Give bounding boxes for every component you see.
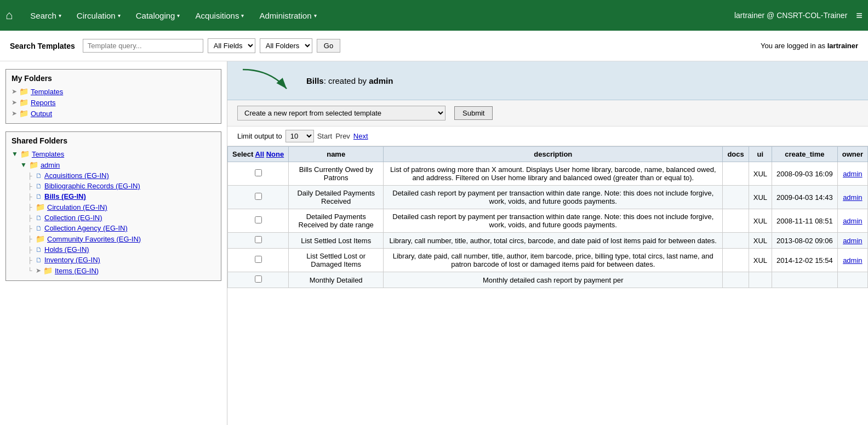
row-checkbox[interactable] bbox=[255, 169, 262, 176]
row-owner[interactable]: admin bbox=[837, 209, 867, 233]
shared-item-collection[interactable]: ├ 🗋 Collection (EG-IN) bbox=[12, 213, 215, 223]
row-owner[interactable]: admin bbox=[837, 186, 867, 209]
tree-line: ├ bbox=[28, 246, 33, 253]
top-navigation: ⌂ Search ▾ Circulation ▾ Cataloging ▾ Ac… bbox=[0, 0, 868, 31]
arrow-right-icon: ➤ bbox=[12, 88, 17, 95]
col-ui: ui bbox=[749, 147, 772, 162]
row-docs bbox=[723, 186, 749, 209]
row-owner[interactable]: admin bbox=[837, 249, 867, 272]
row-checkbox[interactable] bbox=[255, 216, 262, 223]
row-owner[interactable]: admin bbox=[837, 233, 867, 249]
folders-select[interactable]: All Folders bbox=[260, 38, 312, 53]
row-ui: XUL bbox=[749, 249, 772, 272]
content-area: Bills: created by admin Create a new rep… bbox=[227, 61, 868, 425]
shared-admin-folder[interactable]: ▼ 📁 admin bbox=[12, 159, 215, 170]
shared-item-bibliographic[interactable]: ├ 🗋 Bibliographic Records (EG-IN) bbox=[12, 181, 215, 191]
shared-item-collection-agency[interactable]: ├ 🗋 Collection Agency (EG-IN) bbox=[12, 223, 215, 233]
shared-item-inventory[interactable]: ├ 🗋 Inventory (EG-IN) bbox=[12, 255, 215, 265]
doc-icon: 🗋 bbox=[36, 256, 42, 264]
fields-select[interactable]: All Fields bbox=[208, 38, 255, 53]
action-dropdown[interactable]: Create a new report from selected templa… bbox=[237, 106, 446, 120]
owner-link[interactable]: admin bbox=[843, 193, 862, 202]
search-templates-label: Search Templates bbox=[10, 42, 75, 50]
row-create-time: 2008-11-11 08:51 bbox=[772, 209, 838, 233]
next-link[interactable]: Next bbox=[353, 132, 368, 140]
row-create-time: 2009-04-03 14:43 bbox=[772, 186, 838, 209]
table-row: Detailed Payments Received by date range… bbox=[228, 209, 868, 233]
search-input[interactable] bbox=[83, 39, 203, 53]
shared-item-acquisitions[interactable]: ├ 🗋 Acquisitions (EG-IN) bbox=[12, 170, 215, 181]
start-label: Start bbox=[317, 132, 332, 140]
col-create-time: create_time bbox=[772, 147, 838, 162]
row-checkbox-cell bbox=[228, 272, 289, 288]
nav-circulation[interactable]: Circulation ▾ bbox=[69, 0, 128, 31]
sidebar: My Folders ➤ 📁 Templates ➤ 📁 Reports ➤ 📁… bbox=[0, 61, 227, 425]
shared-folders-title: Shared Folders bbox=[12, 136, 215, 145]
row-description: Detailed cash report by payment per tran… bbox=[384, 186, 723, 209]
select-header: Select bbox=[232, 150, 255, 158]
owner-link[interactable]: admin bbox=[843, 170, 862, 178]
row-description: Library, call number, title, author, tot… bbox=[384, 233, 723, 249]
row-checkbox[interactable] bbox=[255, 256, 262, 263]
select-none-link[interactable]: None bbox=[266, 150, 284, 158]
nav-acquisitions[interactable]: Acquisitions ▾ bbox=[187, 0, 252, 31]
folder-icon: 📁 bbox=[43, 266, 53, 275]
table-row: List Settled Lost or Damaged ItemsLibrar… bbox=[228, 249, 868, 272]
tree-line: └ bbox=[28, 267, 33, 274]
row-create-time bbox=[772, 272, 838, 288]
owner-link[interactable]: admin bbox=[843, 217, 862, 225]
row-checkbox[interactable] bbox=[255, 275, 262, 283]
doc-icon: 🗋 bbox=[36, 214, 42, 222]
shared-item-circulation[interactable]: ├ 📁 Circulation (EG-IN) bbox=[12, 202, 215, 213]
nav-administration[interactable]: Administration ▾ bbox=[252, 0, 324, 31]
table-row: List Settled Lost ItemsLibrary, call num… bbox=[228, 233, 868, 249]
nav-cataloging[interactable]: Cataloging ▾ bbox=[128, 0, 188, 31]
shared-item-bills[interactable]: ├ 🗋 Bills (EG-IN) bbox=[12, 191, 215, 202]
submit-button[interactable]: Submit bbox=[454, 106, 493, 120]
row-docs bbox=[723, 233, 749, 249]
table-row: Bills Currently Owed by PatronsList of p… bbox=[228, 162, 868, 186]
tree-line: ├ bbox=[28, 183, 33, 189]
table-row: Monthly DetailedMonthly detailed cash re… bbox=[228, 272, 868, 288]
shared-item-items[interactable]: └ ➤ 📁 Items (EG-IN) bbox=[12, 265, 215, 276]
home-icon[interactable]: ⌂ bbox=[5, 8, 13, 22]
row-ui: XUL bbox=[749, 233, 772, 249]
shared-root-templates[interactable]: ▼ 📁 Templates bbox=[12, 148, 215, 159]
row-checkbox[interactable] bbox=[255, 236, 262, 243]
limit-label: Limit output to bbox=[237, 132, 282, 140]
row-create-time: 2008-09-03 16:09 bbox=[772, 162, 838, 186]
folder-icon: 📁 bbox=[36, 203, 45, 211]
arrow-right-icon: ➤ bbox=[12, 99, 17, 106]
limit-select[interactable]: 10 25 50 100 bbox=[285, 130, 314, 142]
owner-link[interactable]: admin bbox=[843, 237, 862, 245]
row-checkbox-cell bbox=[228, 186, 289, 209]
row-name: Monthly Detailed bbox=[289, 272, 384, 288]
tree-line: ├ bbox=[28, 257, 33, 263]
action-bar: Create a new report from selected templa… bbox=[227, 100, 868, 127]
owner-link[interactable]: admin bbox=[843, 256, 862, 265]
arrow-down-icon: ▼ bbox=[12, 150, 18, 158]
folder-icon: 📁 bbox=[29, 160, 38, 169]
arrow-down-icon: ▼ bbox=[20, 161, 27, 169]
hamburger-menu-icon[interactable]: ≡ bbox=[856, 9, 863, 22]
row-name: Detailed Payments Received by date range bbox=[289, 209, 384, 233]
row-description: Detailed cash report by payment per tran… bbox=[384, 209, 723, 233]
row-owner[interactable]: admin bbox=[837, 162, 867, 186]
shared-item-community-favorites[interactable]: ├ 📁 Community Favorites (EG-IN) bbox=[12, 233, 215, 244]
row-name: List Settled Lost Items bbox=[289, 233, 384, 249]
col-description: description bbox=[384, 147, 723, 162]
my-folder-output[interactable]: ➤ 📁 Output bbox=[12, 108, 215, 119]
doc-icon: 🗋 bbox=[36, 193, 42, 200]
row-ui: XUL bbox=[749, 209, 772, 233]
my-folder-reports[interactable]: ➤ 📁 Reports bbox=[12, 97, 215, 108]
select-all-link[interactable]: All bbox=[255, 150, 264, 158]
row-checkbox[interactable] bbox=[255, 193, 262, 200]
table-header-row: Select All None name description docs ui… bbox=[228, 147, 868, 162]
my-folder-templates[interactable]: ➤ 📁 Templates bbox=[12, 86, 215, 97]
doc-icon: 🗋 bbox=[36, 172, 42, 180]
shared-item-holds[interactable]: ├ 🗋 Holds (EG-IN) bbox=[12, 244, 215, 255]
row-docs bbox=[723, 249, 749, 272]
go-button[interactable]: Go bbox=[317, 39, 340, 53]
nav-search[interactable]: Search ▾ bbox=[22, 0, 69, 31]
main-layout: My Folders ➤ 📁 Templates ➤ 📁 Reports ➤ 📁… bbox=[0, 61, 868, 425]
